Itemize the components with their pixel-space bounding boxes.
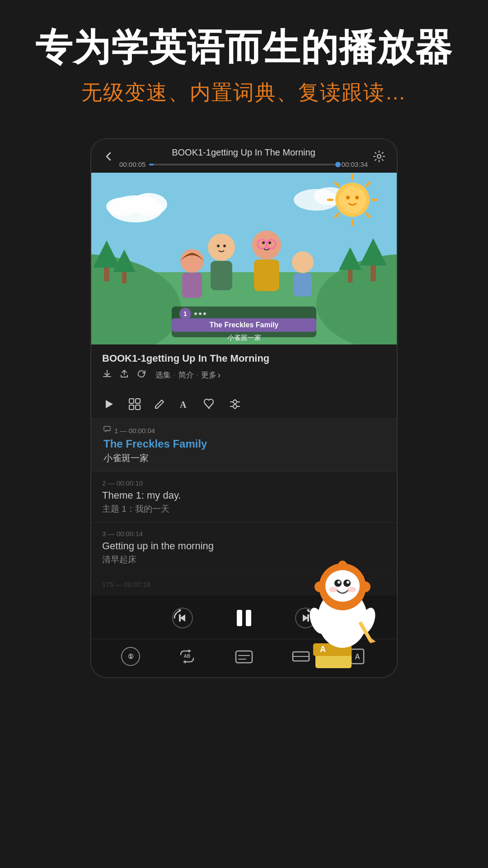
- share-icon[interactable]: [119, 369, 129, 381]
- svg-point-64: [233, 405, 237, 408]
- svg-point-50: [203, 312, 206, 315]
- lyric-3-en: Getting up in the morning: [102, 540, 386, 552]
- intro-link[interactable]: 简介: [178, 370, 194, 380]
- edit-button[interactable]: [154, 398, 165, 410]
- hero-subtitle: 无级变速、内置词典、复读跟读…: [23, 79, 465, 107]
- track-title: BOOK1-1getting Up In The Morning: [119, 147, 368, 158]
- lyric-item-4[interactable]: 175 — 00:07:18: [91, 573, 397, 595]
- comment-icon: [103, 426, 111, 435]
- svg-point-4: [106, 198, 138, 216]
- action-links: 选集 · 简介 · 更多 ›: [155, 370, 221, 380]
- back-button[interactable]: [102, 150, 115, 166]
- svg-point-49: [199, 312, 202, 315]
- svg-point-30: [208, 234, 235, 261]
- svg-rect-70: [246, 610, 251, 626]
- svg-text:The Freckles Family: The Freckles Family: [210, 321, 279, 329]
- chapters-button[interactable]: [128, 398, 141, 410]
- svg-text:小雀斑一家: 小雀斑一家: [227, 334, 261, 341]
- select-link[interactable]: 选集: [155, 370, 171, 380]
- svg-point-8: [339, 186, 366, 213]
- player-title-group: BOOK1-1getting Up In The Morning 00:00:0…: [115, 147, 372, 168]
- speed-button[interactable]: ①: [119, 645, 142, 668]
- subtitles-button[interactable]: [232, 645, 256, 668]
- hero-section: 专为学英语而生的播放器 无级变速、内置词典、复读跟读…: [0, 0, 488, 125]
- svg-rect-57: [129, 405, 134, 410]
- svg-text:A: A: [355, 653, 360, 660]
- svg-point-41: [217, 245, 220, 247]
- time-total: 00:03:34: [342, 160, 368, 168]
- svg-marker-76: [188, 649, 191, 653]
- settings-button[interactable]: [372, 150, 386, 166]
- rewind-button[interactable]: [171, 606, 194, 630]
- svg-point-48: [194, 312, 197, 315]
- play-mode-button[interactable]: [102, 397, 116, 411]
- lyric-2-zh: 主题 1：我的一天: [102, 503, 386, 515]
- svg-point-39: [292, 251, 314, 273]
- pause-button[interactable]: [230, 604, 258, 632]
- phone-container: BOOK1-1getting Up In The Morning 00:00:0…: [0, 138, 488, 678]
- svg-point-43: [262, 241, 265, 244]
- svg-point-0: [377, 155, 381, 158]
- svg-rect-56: [136, 399, 140, 403]
- svg-rect-79: [236, 651, 252, 663]
- forward-button[interactable]: [294, 606, 317, 630]
- book-info: BOOK1-1getting Up In The Morning: [91, 344, 397, 393]
- svg-rect-28: [348, 270, 352, 283]
- phone-mockup: BOOK1-1getting Up In The Morning 00:00:0…: [90, 138, 398, 678]
- svg-text:A: A: [320, 645, 326, 654]
- font-button[interactable]: A: [178, 398, 191, 410]
- hero-title: 专为学英语而生的播放器: [23, 27, 465, 68]
- svg-marker-77: [183, 660, 186, 664]
- video-area[interactable]: 1 The Freckles Family 小雀斑一家: [91, 173, 397, 344]
- book-actions-row: 选集 · 简介 · 更多 ›: [102, 369, 386, 381]
- lyric-item-3[interactable]: 3 — 00:00:14 Getting up in the morning 清…: [91, 522, 397, 573]
- vocab-button[interactable]: A: [346, 645, 369, 668]
- svg-point-10: [355, 196, 359, 199]
- svg-point-37: [180, 249, 204, 273]
- lyric-active-en: The Freckles Family: [103, 438, 386, 450]
- adjust-button[interactable]: [229, 398, 241, 410]
- more-link[interactable]: 更多 ›: [201, 370, 221, 380]
- book-title: BOOK1-1getting Up In The Morning: [102, 353, 386, 364]
- svg-rect-72: [307, 614, 309, 622]
- lyric-2-meta: 2 — 00:00:10: [102, 479, 386, 487]
- svg-point-42: [223, 245, 226, 247]
- sep1: ·: [174, 371, 176, 380]
- layout-button[interactable]: [289, 645, 313, 668]
- svg-text:A: A: [180, 400, 187, 410]
- svg-rect-55: [129, 399, 134, 403]
- svg-rect-67: [179, 614, 181, 622]
- svg-rect-58: [136, 405, 140, 410]
- lyric-3-meta: 3 — 00:00:14: [102, 530, 386, 538]
- progress-bar[interactable]: [149, 164, 338, 165]
- favorite-button[interactable]: [203, 398, 216, 410]
- lyric-item-2[interactable]: 2 — 00:00:10 Theme 1: my day. 主题 1：我的一天: [91, 472, 397, 522]
- toolbar: A: [91, 393, 397, 419]
- lyrics-section: 1 — 00:00:04 The Freckles Family 小雀斑一家 2…: [91, 419, 397, 595]
- svg-rect-33: [254, 259, 279, 291]
- lyric-4-meta: 175 — 00:07:18: [102, 580, 386, 588]
- bottom-toolbar: ① AB: [91, 639, 397, 677]
- svg-point-63: [233, 400, 237, 404]
- svg-marker-54: [106, 400, 113, 408]
- lyric-2-en: Theme 1: my day.: [102, 490, 386, 501]
- player-header: BOOK1-1getting Up In The Morning 00:00:0…: [91, 139, 397, 173]
- lyric-meta-active: 1 — 00:00:04: [103, 426, 386, 435]
- svg-rect-22: [104, 268, 109, 281]
- lyric-active-meta: 1 — 00:00:04: [114, 427, 155, 434]
- svg-rect-24: [122, 272, 127, 283]
- svg-rect-38: [182, 273, 202, 298]
- svg-text:①: ①: [127, 653, 133, 660]
- time-current: 00:00:05: [119, 160, 145, 168]
- ab-repeat-button[interactable]: AB: [175, 645, 199, 668]
- svg-rect-26: [371, 265, 376, 281]
- lyric-item-active[interactable]: 1 — 00:00:04 The Freckles Family 小雀斑一家: [91, 419, 397, 472]
- svg-rect-69: [237, 610, 242, 626]
- svg-point-44: [268, 241, 271, 244]
- svg-text:1: 1: [183, 310, 187, 317]
- download-icon[interactable]: [102, 369, 112, 381]
- refresh-icon[interactable]: [136, 369, 146, 381]
- progress-fill: [149, 164, 154, 165]
- svg-rect-31: [211, 261, 232, 290]
- lyric-active-zh: 小雀斑一家: [103, 452, 386, 464]
